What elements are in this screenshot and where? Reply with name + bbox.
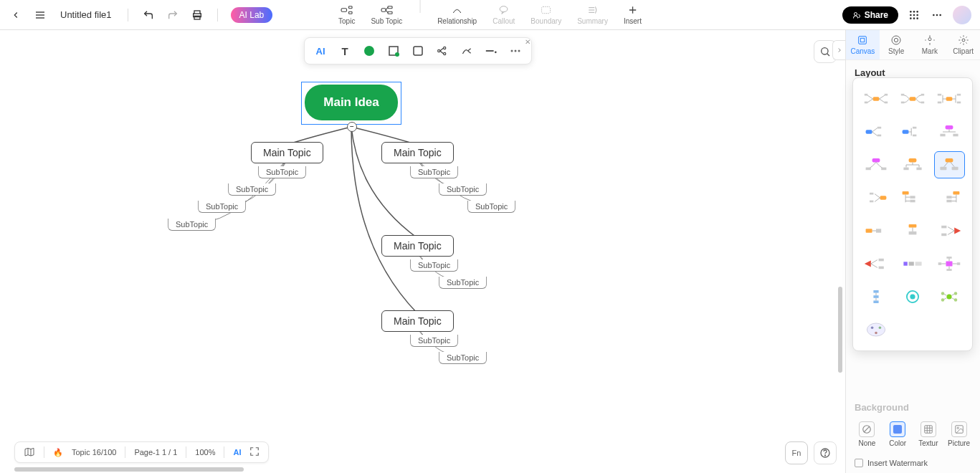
tab-clipart[interactable]: Clipart [946,30,980,59]
collapse-panel-icon[interactable] [832,40,845,60]
svg-rect-162 [942,226,947,229]
horizontal-scrollbar[interactable] [14,467,244,472]
watermark-checkbox[interactable] [855,459,863,467]
node-subtopic[interactable]: SubTopic [410,259,458,272]
branch-style-icon[interactable] [434,42,451,59]
border-color-icon[interactable] [385,42,402,59]
fill-color-icon[interactable] [361,42,378,59]
user-avatar[interactable] [953,6,971,24]
layout-option[interactable] [860,151,891,178]
layout-option[interactable] [897,217,928,244]
layout-option-selected[interactable] [934,151,965,178]
node-subtopic[interactable]: SubTopic [439,277,487,289]
layout-option[interactable] [897,85,928,113]
svg-point-192 [954,298,958,302]
collapse-toggle-icon[interactable]: − [347,122,357,132]
layout-option[interactable] [934,85,965,113]
more-tools-icon[interactable] [507,42,524,59]
map-icon[interactable] [24,446,35,458]
zoom-level[interactable]: 100% [195,448,215,457]
bg-none[interactable]: None [855,421,880,447]
node-subtopic[interactable]: SubTopic [410,335,458,347]
layout-option[interactable] [934,217,965,244]
svg-point-23 [916,11,918,13]
bg-picture[interactable]: Picture [946,421,971,447]
node-subtopic[interactable]: SubTopic [168,219,216,231]
node-subtopic[interactable]: SubTopic [258,166,306,178]
tab-mark[interactable]: Mark [913,30,947,59]
layout-option[interactable] [860,85,891,113]
page-indicator[interactable]: Page-1 1 / 1 [134,448,177,457]
node-topic[interactable]: Main Topic [381,142,454,163]
node-topic[interactable]: Main Topic [251,142,323,163]
layout-option[interactable] [934,250,965,277]
tool-subtopic[interactable]: Sub Topic [369,0,404,29]
tab-style[interactable]: Style [880,30,913,59]
node-subtopic[interactable]: SubTopic [467,201,515,213]
node-topic[interactable]: Main Topic [381,235,454,257]
layout-option[interactable] [897,151,928,178]
print-icon[interactable] [190,8,204,22]
apps-icon[interactable] [907,8,921,22]
layout-option[interactable] [897,283,928,310]
svg-point-60 [822,48,828,54]
branch-curve-icon[interactable] [458,42,475,59]
font-settings-icon[interactable]: Fn [785,441,808,464]
node-subtopic[interactable]: SubTopic [228,183,276,196]
layout-option[interactable] [897,118,928,145]
tool-topic[interactable]: Topic [337,0,356,29]
layout-option[interactable] [934,283,965,310]
layout-option[interactable] [897,250,928,277]
layout-option[interactable] [860,217,891,244]
svg-line-53 [468,49,471,51]
layout-option[interactable] [934,118,965,145]
tool-insert[interactable]: Insert [622,0,643,29]
svg-marker-164 [864,261,870,267]
more-icon[interactable] [930,8,944,22]
tool-relationship[interactable]: Relationship [436,0,478,29]
node-subtopic[interactable]: SubTopic [410,166,458,178]
bg-color[interactable]: Color [885,421,910,447]
layout-option[interactable] [860,316,891,343]
layout-option[interactable] [934,184,965,211]
share-button[interactable]: Share [842,6,898,24]
menu-icon[interactable] [33,8,47,22]
redo-icon[interactable] [166,8,180,22]
node-subtopic[interactable]: SubTopic [198,201,246,213]
tab-canvas[interactable]: Canvas [846,30,880,59]
divider [186,446,186,458]
layout-option[interactable] [897,184,928,211]
layout-option[interactable] [860,250,891,277]
file-title[interactable]: Untitled file1 [57,9,115,20]
node-topic[interactable]: Main Topic [381,310,454,332]
svg-rect-14 [542,6,551,13]
ai-lab-button[interactable]: AI Lab [231,7,273,23]
svg-line-49 [440,48,444,51]
text-tool-icon[interactable]: T [336,42,353,59]
svg-line-165 [870,260,877,264]
vertical-scrollbar[interactable] [838,287,842,373]
node-subtopic[interactable]: SubTopic [439,183,487,196]
help-icon[interactable] [814,441,837,464]
svg-point-66 [928,38,931,41]
ai-bottom-button[interactable]: AI [233,448,241,457]
node-main-idea[interactable]: Main Idea [305,85,398,120]
right-panel-tabs: Canvas Style Mark Clipart [846,30,980,60]
close-toolbar-icon[interactable]: ✕ [523,37,533,47]
canvas[interactable]: Main Idea − Main Topic SubTopic SubTopic… [0,30,845,434]
svg-rect-124 [865,168,870,171]
shape-icon[interactable] [409,42,427,59]
undo-icon[interactable] [141,8,156,22]
bg-texture[interactable]: Textur [916,421,941,447]
app-header: Untitled file1 AI Lab Topic Sub Topic Re… [0,0,980,30]
line-style-icon[interactable] [482,42,500,59]
watermark-row[interactable]: Insert Watermark [846,453,980,473]
svg-line-194 [952,294,955,295]
back-icon[interactable] [9,8,23,22]
fullscreen-icon[interactable] [249,446,260,458]
layout-option[interactable] [860,118,891,145]
ai-button[interactable]: AI [312,42,329,59]
layout-option[interactable] [860,283,891,310]
layout-option[interactable] [860,184,891,211]
node-subtopic[interactable]: SubTopic [439,352,487,364]
